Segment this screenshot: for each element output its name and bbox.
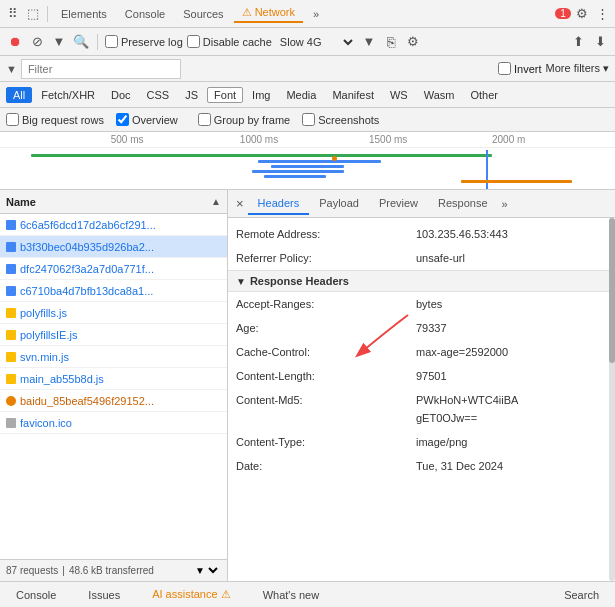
invert-checkbox[interactable] — [498, 62, 511, 75]
header-row-content-md5: Content-Md5: PWkHoN+WTC4iiBAgET0OJw== — [228, 388, 615, 430]
search-icon[interactable]: 🔍 — [72, 33, 90, 51]
timeline-ruler: 500 ms 1000 ms 1500 ms 2000 m — [0, 132, 615, 148]
tab-payload[interactable]: Payload — [309, 193, 369, 215]
disable-cache-checkbox[interactable] — [187, 35, 200, 48]
status-tab-ai[interactable]: AI assistance ⚠ — [144, 586, 238, 603]
notification-badge: 1 — [555, 8, 571, 19]
separator — [97, 34, 98, 50]
download-icon[interactable]: ⬇ — [591, 33, 609, 51]
throttle-select[interactable]: Slow 4G Fast 4G No throttling — [276, 35, 356, 49]
timeline-bar-blue2 — [271, 165, 345, 168]
filter-tab-wasm[interactable]: Wasm — [417, 87, 462, 103]
filter-tab-media[interactable]: Media — [279, 87, 323, 103]
timeline-bar-blue1 — [258, 160, 381, 163]
list-item[interactable]: polyfillsIE.js — [0, 324, 227, 346]
list-item[interactable]: 6c6a5f6dcd17d2ab6cf291... — [0, 214, 227, 236]
section-title-text: Response Headers — [250, 275, 349, 287]
footer-separator: | — [62, 565, 65, 576]
big-rows-label[interactable]: Big request rows — [6, 113, 104, 126]
filter-input[interactable] — [21, 59, 181, 79]
filter-tab-font[interactable]: Font — [207, 87, 243, 103]
group-frame-label[interactable]: Group by frame — [198, 113, 290, 126]
header-row-content-length: Content-Length: 97501 — [228, 364, 615, 388]
response-headers-title[interactable]: ▼ Response Headers — [228, 270, 615, 292]
overview-checkbox[interactable] — [116, 113, 129, 126]
preserve-log-label[interactable]: Preserve log — [105, 35, 183, 48]
list-header: Name ▲ — [0, 190, 227, 214]
status-tab-issues[interactable]: Issues — [80, 587, 128, 603]
group-frame-checkbox[interactable] — [198, 113, 211, 126]
filter-tab-js[interactable]: JS — [178, 87, 205, 103]
more-options-icon[interactable]: ⋮ — [593, 5, 611, 23]
row-count-select[interactable]: ▼ — [191, 564, 221, 577]
big-rows-checkbox[interactable] — [6, 113, 19, 126]
tab-elements[interactable]: Elements — [53, 6, 115, 22]
tab-headers[interactable]: Headers — [248, 193, 310, 215]
header-value-content-length: 97501 — [416, 367, 607, 385]
status-tab-console[interactable]: Console — [8, 587, 64, 603]
file-name: dfc247062f3a2a7d0a771f... — [20, 263, 221, 275]
settings-small-icon[interactable]: ⚙ — [404, 33, 422, 51]
tab-network[interactable]: ⚠ Network — [234, 4, 303, 23]
tab-console[interactable]: Console — [117, 6, 173, 22]
file-type-icon — [6, 352, 16, 362]
list-item[interactable]: main_ab55b8d.js — [0, 368, 227, 390]
header-value-content-md5: PWkHoN+WTC4iiBAgET0OJw== — [416, 391, 607, 427]
settings-icon[interactable]: ⚙ — [573, 5, 591, 23]
tab-response[interactable]: Response — [428, 193, 498, 215]
list-item[interactable]: dfc247062f3a2a7d0a771f... — [0, 258, 227, 280]
filter-tab-ws[interactable]: WS — [383, 87, 415, 103]
file-type-icon — [6, 308, 16, 318]
filter-tab-img[interactable]: Img — [245, 87, 277, 103]
invert-label[interactable]: Invert — [498, 62, 542, 75]
scrollbar-thumb[interactable] — [609, 218, 615, 363]
footer-requests: 87 requests — [6, 565, 58, 576]
filter-icon[interactable]: ▼ — [50, 33, 68, 51]
overview-label[interactable]: Overview — [116, 113, 178, 126]
filter-tab-fetchxhr[interactable]: Fetch/XHR — [34, 87, 102, 103]
preserve-log-checkbox[interactable] — [105, 35, 118, 48]
header-name-content-md5: Content-Md5: — [236, 391, 416, 427]
file-type-icon — [6, 220, 16, 230]
file-list[interactable]: 6c6a5f6dcd17d2ab6cf291... b3f30bec04b935… — [0, 214, 227, 559]
list-item[interactable]: favicon.ico — [0, 412, 227, 434]
file-name: svn.min.js — [20, 351, 221, 363]
more-tabs-icon[interactable]: » — [498, 198, 512, 210]
more-filters-button[interactable]: More filters ▾ — [546, 62, 609, 75]
header-value-date: Tue, 31 Dec 2024 — [416, 457, 607, 475]
scrollbar-track[interactable] — [609, 218, 615, 581]
sort-icon[interactable]: ▲ — [211, 196, 221, 207]
filter-tab-css[interactable]: CSS — [140, 87, 177, 103]
status-bar: Console Issues AI assistance ⚠ What's ne… — [0, 581, 615, 607]
filter-tab-doc[interactable]: Doc — [104, 87, 138, 103]
status-tab-whatsnew[interactable]: What's new — [255, 587, 328, 603]
clear-icon[interactable]: ⊘ — [28, 33, 46, 51]
upload-icon[interactable]: ⬆ — [569, 33, 587, 51]
header-value-age: 79337 — [416, 319, 607, 337]
filter-tab-other[interactable]: Other — [463, 87, 505, 103]
close-panel-button[interactable]: × — [232, 196, 248, 211]
list-item[interactable]: c6710ba4d7bfb13dca8a1... — [0, 280, 227, 302]
list-item[interactable]: b3f30bec04b935d926ba2... — [0, 236, 227, 258]
top-toolbar: ⠿ ⬚ Elements Console Sources ⚠ Network »… — [0, 0, 615, 28]
filter-tabs: All Fetch/XHR Doc CSS JS Font Img Media … — [0, 82, 615, 108]
filter-tab-manifest[interactable]: Manifest — [325, 87, 381, 103]
devtools-layout-icon[interactable]: ⬚ — [24, 5, 42, 23]
right-panel: × Headers Payload Preview Response » Rem… — [228, 190, 615, 581]
list-header-name: Name — [6, 196, 36, 208]
status-tab-search[interactable]: Search — [556, 587, 607, 603]
list-item[interactable]: baidu_85beaf5496f29152... — [0, 390, 227, 412]
filter-tab-all[interactable]: All — [6, 87, 32, 103]
file-type-icon — [6, 374, 16, 384]
screenshots-label[interactable]: Screenshots — [302, 113, 379, 126]
list-item[interactable]: polyfills.js — [0, 302, 227, 324]
header-name-age: Age: — [236, 319, 416, 337]
record-icon[interactable]: ⏺ — [6, 33, 24, 51]
tab-sources[interactable]: Sources — [175, 6, 231, 22]
list-item[interactable]: svn.min.js — [0, 346, 227, 368]
disable-cache-label[interactable]: Disable cache — [187, 35, 272, 48]
screenshots-checkbox[interactable] — [302, 113, 315, 126]
tab-preview[interactable]: Preview — [369, 193, 428, 215]
throttle-dropdown-icon[interactable]: ▼ — [360, 33, 378, 51]
tab-more[interactable]: » — [305, 6, 327, 22]
